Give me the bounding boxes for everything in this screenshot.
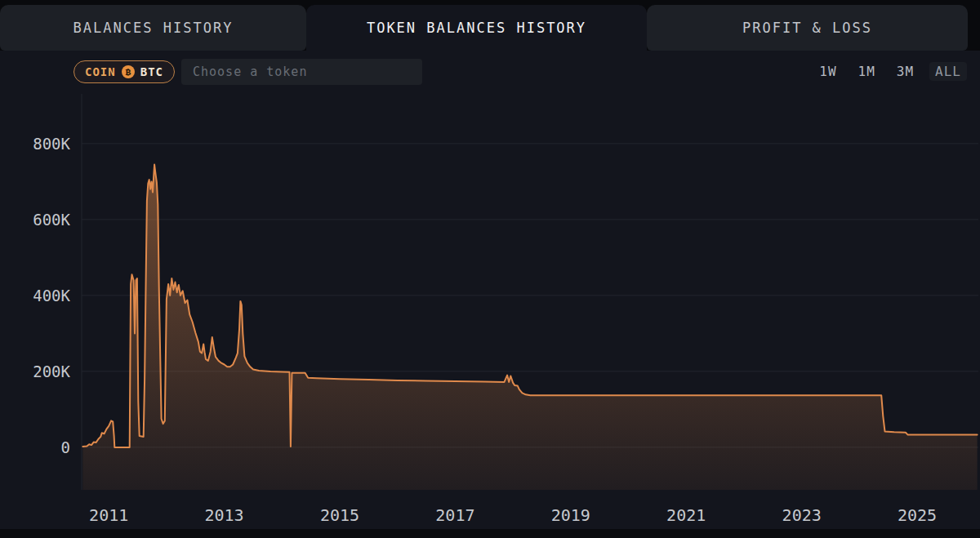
time-range-group: 1W 1M 3M ALL (813, 62, 967, 81)
chip-token-label: BTC (140, 65, 163, 78)
tab-profit-loss[interactable]: PROFIT & LOSS (647, 5, 968, 51)
tab-balances-history[interactable]: BALANCES HISTORY (0, 5, 306, 51)
x-axis-label: 2019 (551, 505, 590, 525)
tab-token-balances-history[interactable]: TOKEN BALANCES HISTORY (306, 5, 647, 51)
range-1w-button[interactable]: 1W (813, 62, 842, 81)
range-3m-button[interactable]: 3M (891, 62, 920, 81)
y-axis-label: 400K (33, 287, 70, 305)
tab-bar: BALANCES HISTORY TOKEN BALANCES HISTORY … (0, 0, 980, 51)
x-axis-label: 2021 (666, 505, 706, 525)
bottom-edge (0, 529, 980, 538)
tab-label: TOKEN BALANCES HISTORY (367, 20, 586, 36)
token-search-input[interactable] (181, 59, 422, 85)
y-axis-label: 200K (33, 362, 70, 380)
y-axis-label: 0 (61, 438, 70, 456)
bitcoin-icon: ₿ (122, 65, 135, 78)
x-axis-label: 2015 (320, 505, 359, 525)
coin-token-chip[interactable]: COIN ₿ BTC (74, 60, 175, 83)
x-axis-label: 2011 (89, 505, 128, 525)
x-axis-label: 2017 (435, 505, 474, 525)
tab-label: BALANCES HISTORY (74, 20, 234, 36)
tab-label: PROFIT & LOSS (742, 20, 872, 36)
range-1m-button[interactable]: 1M (853, 62, 881, 81)
x-axis-label: 2013 (205, 505, 244, 525)
y-axis-label: 800K (33, 135, 70, 153)
x-axis-label: 2025 (898, 505, 937, 525)
x-axis-label: 2023 (782, 505, 822, 525)
area-fill (82, 165, 977, 491)
y-axis-label: 600K (33, 211, 70, 229)
chip-prefix-label: COIN (85, 65, 116, 78)
range-all-button[interactable]: ALL (929, 62, 967, 81)
